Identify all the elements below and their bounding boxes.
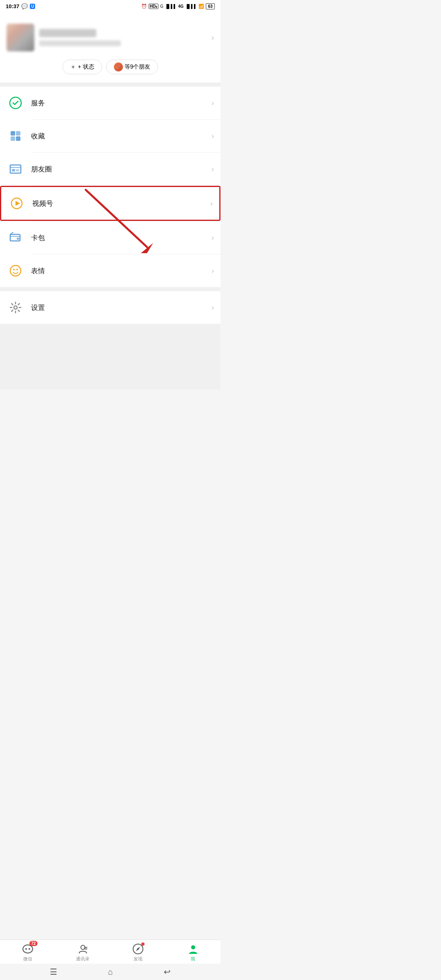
- signal-g-icon: G: [160, 4, 163, 9]
- signal-wifi-bar: ▐▌▌▌: [185, 4, 197, 9]
- wallet-label: 卡包: [31, 233, 212, 243]
- svg-point-14: [10, 265, 21, 276]
- svg-rect-1: [11, 131, 15, 136]
- settings-icon: [7, 298, 24, 316]
- profile-actions: ＋ + 状态 🎉 等9个朋友: [7, 60, 214, 74]
- settings-label: 设置: [31, 303, 212, 312]
- menu-item-collect[interactable]: 收藏 ›: [0, 120, 220, 152]
- svg-point-0: [10, 97, 21, 109]
- status-right-icons: ⏰ HD₂ G ▐▌▌▌ 4G ▐▌▌▌ 📶 63: [141, 3, 215, 9]
- moments-label: 朋友圈: [31, 165, 212, 174]
- wifi-icon: 📶: [198, 4, 204, 9]
- svg-rect-4: [16, 136, 20, 141]
- menu-item-settings[interactable]: 设置 ›: [0, 291, 220, 324]
- svg-point-15: [13, 269, 15, 270]
- video-arrow: ›: [210, 199, 213, 208]
- menu-section: 服务 › 收藏 › 朋友圈 ›: [0, 87, 220, 287]
- svg-rect-2: [16, 131, 20, 136]
- video-annotation-wrapper: 视频号 ›: [0, 186, 220, 221]
- collect-icon: [7, 127, 24, 145]
- service-arrow: ›: [212, 99, 214, 107]
- emoji-label: 表情: [31, 266, 212, 276]
- section-divider-2: [0, 287, 220, 291]
- collect-label: 收藏: [31, 131, 212, 141]
- friends-button[interactable]: 🎉 等9个朋友: [106, 60, 158, 74]
- svg-rect-13: [17, 238, 19, 240]
- emoji-arrow: ›: [212, 267, 214, 275]
- battery-icon: 63: [206, 3, 215, 9]
- svg-point-17: [14, 306, 17, 309]
- add-status-button[interactable]: ＋ + 状态: [62, 60, 102, 74]
- chat-status-icon: 💬: [21, 3, 28, 9]
- menu-item-service[interactable]: 服务 ›: [0, 87, 220, 119]
- avatar: [7, 24, 34, 51]
- svg-point-16: [16, 269, 18, 270]
- profile-arrow[interactable]: ›: [212, 33, 214, 42]
- bottom-spacer: [0, 324, 220, 389]
- video-icon: [8, 194, 26, 212]
- hd-icon: HD₂: [149, 4, 158, 9]
- svg-marker-9: [16, 201, 20, 206]
- menu-item-wallet[interactable]: 卡包 ›: [0, 221, 220, 254]
- section-divider-1: [0, 82, 220, 87]
- arrow-chevron: ›: [212, 33, 214, 42]
- settings-arrow: ›: [212, 303, 214, 312]
- settings-section: 设置 ›: [0, 291, 220, 324]
- friends-label: 等9个朋友: [125, 63, 151, 71]
- app-icon: U: [30, 4, 35, 9]
- profile-section: › ＋ + 状态 🎉 等9个朋友: [0, 11, 220, 82]
- menu-item-video[interactable]: 视频号 ›: [0, 186, 220, 221]
- friend-avatar-small: 🎉: [114, 62, 123, 71]
- menu-item-moments[interactable]: 朋友圈 ›: [0, 153, 220, 185]
- signal-4g-bar: ▐▌▌▌: [165, 4, 176, 9]
- service-icon: [7, 94, 24, 112]
- profile-id-blurred: [39, 40, 121, 46]
- svg-rect-6: [12, 169, 15, 172]
- collect-arrow: ›: [212, 132, 214, 140]
- plus-icon: ＋: [70, 63, 76, 71]
- time-text: 10:37: [6, 3, 19, 9]
- video-label: 视频号: [32, 199, 210, 208]
- status-time: 10:37 💬 U: [6, 3, 35, 9]
- profile-info: [39, 29, 207, 46]
- signal-4g-icon: 4G: [178, 4, 183, 9]
- service-label: 服务: [31, 98, 212, 108]
- menu-item-emoji[interactable]: 表情 ›: [0, 254, 220, 287]
- emoji-icon: [7, 262, 24, 280]
- profile-name-blurred: [39, 29, 96, 37]
- add-status-label: + 状态: [78, 63, 94, 71]
- alarm-icon: ⏰: [141, 4, 147, 9]
- profile-top[interactable]: ›: [7, 24, 214, 51]
- moments-icon: [7, 160, 24, 178]
- moments-arrow: ›: [212, 165, 214, 174]
- svg-rect-3: [11, 136, 15, 141]
- svg-rect-5: [10, 165, 21, 173]
- wallet-icon: [7, 229, 24, 247]
- wallet-arrow: ›: [212, 234, 214, 242]
- status-bar: 10:37 💬 U ⏰ HD₂ G ▐▌▌▌ 4G ▐▌▌▌ 📶 63: [0, 0, 220, 11]
- svg-rect-7: [16, 169, 19, 172]
